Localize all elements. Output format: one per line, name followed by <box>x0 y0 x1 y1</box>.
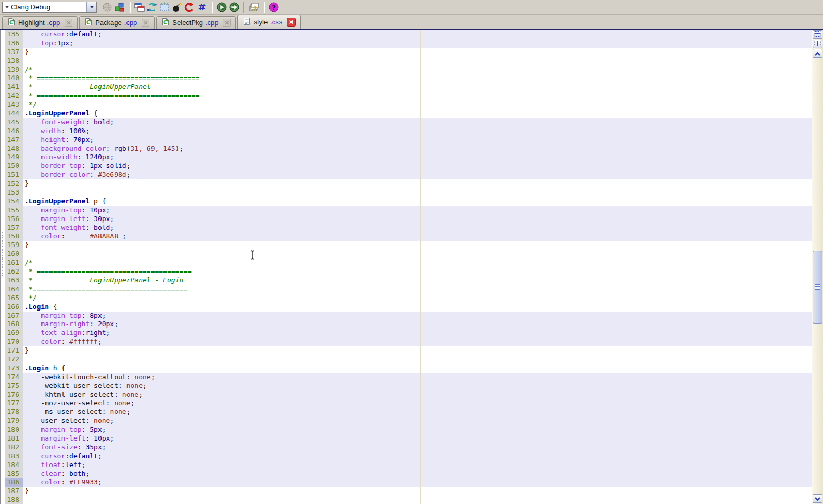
code-line-167: 167 margin-top: 8px; <box>1 312 812 320</box>
continue-icon[interactable] <box>228 1 240 14</box>
tab-label-extension: .cpp <box>124 19 137 27</box>
line-number: 183 <box>5 452 23 461</box>
line-number: 135 <box>5 30 23 39</box>
code-line-188: 188 <box>1 496 812 504</box>
modified-marker <box>1 250 5 259</box>
code-line-176: 176 -khtml-user-select: none; <box>1 391 812 399</box>
code-line-182: 182 font-size: 35px; <box>1 443 812 452</box>
code-text: */ <box>23 100 812 109</box>
globe-disabled-icon[interactable] <box>101 1 113 14</box>
code-lines: 135 cursor:default;136 top:1px;137}13813… <box>1 30 812 504</box>
code-text: } <box>23 346 812 355</box>
tab-close-button[interactable] <box>223 19 231 27</box>
edit-margin <box>1 443 5 452</box>
line-number: 136 <box>5 39 23 48</box>
clean-bomb-icon[interactable] <box>171 1 183 14</box>
tab-Highlight.cpp[interactable]: C+Highlight.cpp <box>2 16 78 29</box>
code-line-187: 187} <box>1 487 812 496</box>
code-line-153: 153 <box>1 188 812 197</box>
line-number: 144 <box>5 109 23 118</box>
line-number: 187 <box>5 487 23 496</box>
code-line-175: 175 -webkit-user-select: none; <box>1 382 812 391</box>
code-line-166: 166.Login { <box>1 303 812 312</box>
build-config-combobox[interactable]: Clang Debug <box>2 2 97 13</box>
tab-SelectPkg.cpp[interactable]: C+SelectPkg.cpp <box>156 16 236 29</box>
tab-close-button[interactable] <box>65 19 72 27</box>
hash-icon[interactable]: # <box>196 1 208 14</box>
line-number: 180 <box>5 425 23 434</box>
line-number: 161 <box>5 259 23 267</box>
code-line-172: 172 <box>1 355 812 364</box>
code-text: margin-left: 10px; <box>23 434 812 443</box>
line-number: 163 <box>5 276 23 285</box>
scrollbar-thumb[interactable] <box>813 251 822 324</box>
code-text: color: #A8A8A8 ; <box>23 232 812 241</box>
edit-margin <box>1 92 5 100</box>
edit-margin <box>1 171 5 179</box>
code-line-146: 146 width: 100%; <box>1 127 812 136</box>
split-horizontal-button[interactable] <box>813 30 822 39</box>
refresh-icon[interactable] <box>146 1 158 14</box>
code-line-149: 149 min-width: 1240px; <box>1 153 812 162</box>
svg-text:#: # <box>198 2 206 12</box>
tab-Package.cpp[interactable]: C+Package.cpp <box>79 16 155 29</box>
code-line-186: 186 color: #FF9933; <box>1 478 812 487</box>
tab-close-button[interactable] <box>142 19 149 27</box>
edit-margin <box>1 276 5 285</box>
edit-margin <box>1 179 5 188</box>
build-config-value: Clang Debug <box>11 3 86 11</box>
code-line-168: 168 margin-right: 20px; <box>1 320 812 329</box>
code-text: cursor:default; <box>23 30 812 39</box>
code-text: .Login { <box>23 303 812 312</box>
cascade-windows-icon[interactable] <box>133 1 146 14</box>
code-text: clear: both; <box>23 470 812 479</box>
code-text: border-color: #3e698d; <box>23 171 812 179</box>
edit-margin <box>1 74 5 83</box>
line-number: 182 <box>5 443 23 452</box>
code-text: } <box>23 48 812 57</box>
modified-marker <box>1 259 5 267</box>
edit-margin <box>1 30 5 39</box>
help-icon[interactable]: ? <box>268 1 280 14</box>
toolbar-buttons: #?? <box>101 0 280 15</box>
code-text: -khtml-user-select: none; <box>23 391 812 399</box>
edit-margin <box>1 364 5 373</box>
split-vertical-button[interactable] <box>813 40 822 48</box>
code-line-136: 136 top:1px; <box>1 39 812 48</box>
combo-dropdown-button[interactable] <box>86 2 96 12</box>
toolbar-separator <box>263 2 265 13</box>
code-editor[interactable]: 135 cursor:default;136 top:1px;137}13813… <box>0 30 812 504</box>
modified-marker <box>1 267 5 276</box>
code-line-174: 174 -webkit-touch-callout: none; <box>1 373 812 382</box>
code-line-163: 163 * LoginUpperPanel - Login <box>1 276 812 285</box>
package-build-icon[interactable] <box>113 1 126 14</box>
main-toolbar: Clang Debug #?? <box>0 0 823 15</box>
line-number: 156 <box>5 215 23 224</box>
code-line-139: 139/* <box>1 66 812 74</box>
toolbar-separator <box>211 2 213 13</box>
edit-margin <box>1 188 5 197</box>
tab-close-button[interactable] <box>287 18 296 27</box>
line-number: 176 <box>5 391 23 399</box>
scroll-down-button[interactable] <box>813 494 822 503</box>
rebuild-icon[interactable] <box>183 1 196 14</box>
code-text: */ <box>23 294 812 303</box>
code-line-164: 164 *===================================… <box>1 285 812 294</box>
batch-build-icon[interactable] <box>158 1 171 14</box>
scroll-up-button[interactable] <box>813 49 822 58</box>
code-line-180: 180 margin-top: 5px; <box>1 425 812 434</box>
editor-scrollbar[interactable] <box>812 30 823 504</box>
code-line-158: 158 color: #A8A8A8 ; <box>1 232 812 241</box>
run-icon[interactable] <box>216 1 228 14</box>
combo-selection-icon <box>3 5 11 9</box>
code-line-160: 160 <box>1 250 812 259</box>
code-text: -webkit-user-select: none; <box>23 382 812 391</box>
svg-text:?: ? <box>253 5 257 12</box>
tab-style.css[interactable]: style.css <box>237 15 301 29</box>
cpp-file-icon: C+ <box>84 18 93 28</box>
code-line-171: 171} <box>1 346 812 355</box>
code-line-141: 141 * LoginUpperPanel <box>1 83 812 92</box>
help-books-icon[interactable]: ? <box>248 1 260 14</box>
line-number: 174 <box>5 373 23 382</box>
code-text: cursor:default; <box>23 452 812 461</box>
